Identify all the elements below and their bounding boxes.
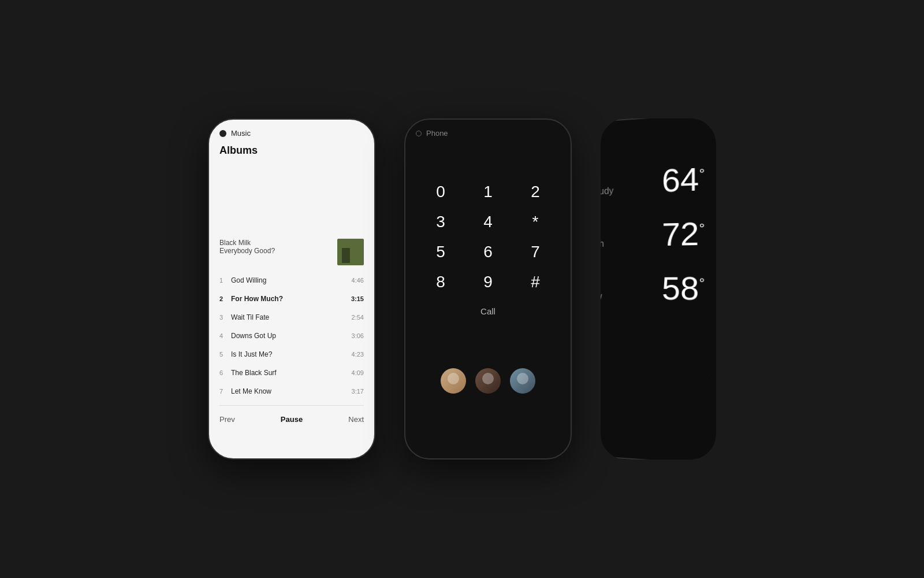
contacts-row (405, 368, 571, 394)
album-artist: Black Milk (219, 239, 330, 247)
track-duration: 4:23 (352, 351, 364, 358)
weather-phone-wrapper: Cloudy 64° High 72° Low 58° (601, 118, 716, 460)
track-name: Let Me Know (231, 387, 352, 395)
prev-button[interactable]: Prev (219, 415, 235, 424)
track-item-1[interactable]: 1 God Willing 4:46 (219, 271, 364, 290)
contact-avatar-2[interactable] (475, 368, 501, 394)
phone-phone: Phone 01234*56789# Call (404, 118, 572, 460)
weather-label: High (601, 239, 604, 249)
track-num: 3 (219, 314, 229, 321)
phone-app-title: Phone (426, 129, 448, 138)
weather-row-cloudy: Cloudy 64° (601, 162, 705, 200)
track-item-3[interactable]: 3 Wait Til Fate 2:54 (219, 308, 364, 327)
track-item-2[interactable]: 2 For How Much? 3:15 (219, 290, 364, 308)
track-name: God Willing (231, 276, 352, 284)
dial-key-4[interactable]: 4 (464, 207, 512, 237)
dial-key-0[interactable]: 0 (417, 177, 464, 207)
track-item-5[interactable]: 5 Is It Just Me? 4:23 (219, 345, 364, 364)
track-name: Is It Just Me? (231, 350, 352, 358)
weather-label: Cloudy (601, 186, 613, 197)
dial-key-5[interactable]: 5 (417, 237, 464, 267)
dial-key-9[interactable]: 9 (464, 267, 512, 297)
track-item-4[interactable]: 4 Downs Got Up 3:06 (219, 327, 364, 345)
phone-app-header: Phone (405, 120, 571, 142)
track-num: 1 (219, 277, 229, 284)
weather-row-low: Low 58° (601, 272, 705, 305)
dial-key-6[interactable]: 6 (464, 237, 512, 267)
music-phone: Music Albums Black Milk Everybody Good? … (208, 118, 375, 460)
divider (219, 405, 364, 406)
weather-deg: ° (699, 220, 705, 236)
contact-avatar-1[interactable] (441, 368, 466, 394)
track-name: Wait Til Fate (231, 313, 352, 321)
weather-row-high: High 72° (601, 217, 705, 252)
track-duration: 4:46 (352, 277, 364, 284)
phone-icon (416, 131, 422, 136)
call-button[interactable]: Call (405, 306, 571, 316)
weather-label: Low (601, 291, 602, 302)
weather-deg: ° (699, 165, 705, 181)
dial-key-8[interactable]: 8 (417, 267, 464, 297)
track-num: 4 (219, 332, 229, 339)
album-info-row: Black Milk Everybody Good? (209, 239, 374, 265)
weather-content: Cloudy 64° High 72° Low 58° (601, 118, 716, 305)
track-num: 6 (219, 369, 229, 376)
dialpad: 01234*56789# (417, 177, 559, 297)
contact-avatar-3[interactable] (510, 368, 535, 394)
dial-key-7[interactable]: 7 (512, 237, 559, 267)
weather-temp: 72° (662, 217, 705, 251)
track-item-7[interactable]: 7 Let Me Know 3:17 (219, 382, 364, 401)
weather-temp: 58° (662, 272, 705, 305)
track-num: 7 (219, 388, 229, 395)
track-duration: 3:15 (351, 295, 364, 302)
track-name: The Black Surf (231, 369, 352, 377)
album-artwork (337, 239, 364, 265)
dial-key-3[interactable]: 3 (417, 207, 464, 237)
pause-button[interactable]: Pause (281, 415, 303, 424)
albums-section-label: Albums (209, 142, 374, 164)
track-duration: 2:54 (352, 314, 364, 321)
track-num: 2 (219, 295, 229, 302)
dial-key-1[interactable]: 1 (464, 177, 512, 207)
music-icon (219, 130, 226, 137)
track-num: 5 (219, 351, 229, 358)
track-duration: 3:06 (352, 332, 364, 339)
track-duration: 3:17 (352, 388, 364, 395)
playback-controls: Prev Pause Next (209, 410, 374, 428)
music-app-title: Music (231, 129, 251, 138)
track-list: 1 God Willing 4:46 2 For How Much? 3:15 … (209, 271, 374, 401)
dial-key-star[interactable]: * (512, 207, 559, 237)
track-name: Downs Got Up (231, 332, 352, 340)
next-button[interactable]: Next (348, 415, 364, 424)
track-duration: 4:09 (352, 369, 364, 376)
album-name: Everybody Good? (219, 247, 330, 255)
weather-temp: 64° (662, 162, 705, 197)
track-name: For How Much? (231, 295, 351, 303)
dial-key-2[interactable]: 2 (512, 177, 559, 207)
track-item-6[interactable]: 6 The Black Surf 4:09 (219, 364, 364, 382)
album-info: Black Milk Everybody Good? (219, 239, 330, 255)
dial-key-hash[interactable]: # (512, 267, 559, 297)
weather-phone: Cloudy 64° High 72° Low 58° (601, 118, 716, 460)
music-app-header: Music (209, 120, 374, 142)
phones-wrapper: Music Albums Black Milk Everybody Good? … (208, 118, 716, 460)
weather-deg: ° (699, 275, 705, 291)
scene: Music Albums Black Milk Everybody Good? … (0, 0, 924, 578)
